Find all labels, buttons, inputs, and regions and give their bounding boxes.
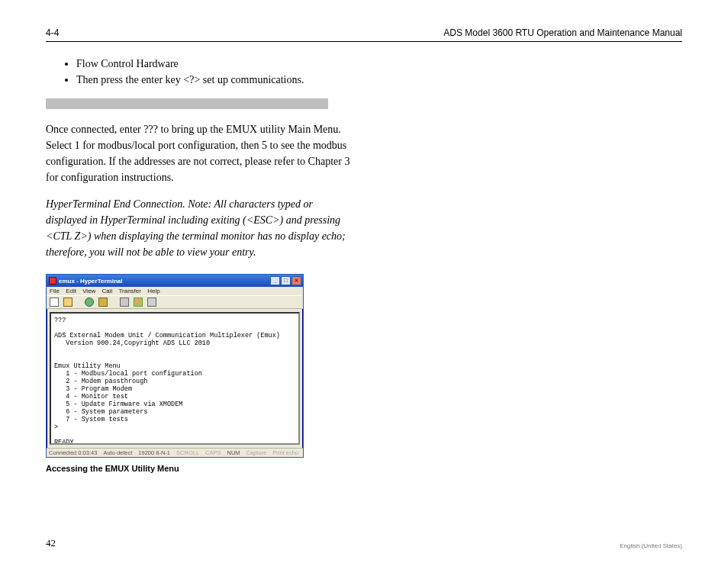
page: 4-4 ADS Model 3600 RTU Operation and Mai… [0, 0, 728, 563]
status-connected: Connected 0:03:43 [49, 449, 97, 456]
footer-language: English (United States) [620, 542, 682, 549]
list-item: Flow Control Hardware [76, 56, 682, 72]
new-icon[interactable] [50, 298, 59, 307]
menu-call[interactable]: Call [102, 288, 113, 294]
toolbar [47, 295, 303, 309]
footer-page-number: 42 [46, 537, 56, 549]
minimize-button[interactable]: _ [270, 276, 280, 285]
status-caps: CAPS [205, 449, 221, 456]
menu-view[interactable]: View [82, 288, 95, 294]
list-item: Then press the enter key <?> set up comm… [76, 72, 682, 88]
app-icon [49, 277, 56, 285]
status-baud: 19200 8-N-1 [138, 449, 170, 456]
menu-help[interactable]: Help [147, 288, 159, 294]
section-heading-text: Establishing Call Through HyperTerminal [48, 98, 216, 110]
toolbar-separator [77, 298, 80, 307]
hyperterminal-window: emux - HyperTerminal _ □ × File Edit Vie… [46, 274, 304, 458]
menu-transfer[interactable]: Transfer [118, 288, 141, 294]
connect-icon[interactable] [85, 298, 94, 307]
bullet-list: Flow Control Hardware Then press the ent… [76, 56, 682, 88]
body-paragraph-note: HyperTerminal End Connection. Note: All … [46, 196, 351, 260]
toolbar-separator [112, 298, 115, 307]
properties-icon[interactable] [147, 298, 156, 307]
paste-icon[interactable] [134, 298, 143, 307]
terminal-output[interactable]: ??? ADS External Modem Unit / Communicat… [51, 314, 298, 443]
header-manual-title: ADS Model 3600 RTU Operation and Mainten… [443, 27, 682, 38]
body-paragraph-steps: Once connected, enter ??? to bring up th… [46, 121, 351, 185]
status-bar: Connected 0:03:43 Auto detect 19200 8-N-… [47, 448, 303, 457]
status-scroll: SCROLL [176, 449, 199, 456]
menu-file[interactable]: File [50, 288, 60, 294]
window-title: emux - HyperTerminal [59, 278, 122, 285]
status-printecho: Print echo [272, 449, 298, 456]
status-num: NUM [227, 449, 240, 456]
window-titlebar[interactable]: emux - HyperTerminal _ □ × [47, 275, 303, 287]
figure-caption: Accessing the EMUX Utility Menu [46, 464, 682, 473]
open-icon[interactable] [63, 298, 72, 307]
copy-icon[interactable] [120, 298, 129, 307]
page-header: 4-4 ADS Model 3600 RTU Operation and Mai… [46, 27, 682, 42]
header-page-indicator: 4-4 [46, 27, 59, 38]
menu-edit[interactable]: Edit [66, 288, 76, 294]
status-autodetect: Auto detect [103, 449, 132, 456]
close-button[interactable]: × [292, 276, 301, 285]
disconnect-icon[interactable] [98, 298, 108, 307]
status-capture: Capture [246, 449, 267, 456]
section-heading-bar: Establishing Call Through HyperTerminal [46, 98, 328, 109]
terminal-frame: ??? ADS External Modem Unit / Communicat… [50, 312, 300, 445]
menu-bar[interactable]: File Edit View Call Transfer Help [47, 287, 303, 295]
maximize-button[interactable]: □ [281, 276, 291, 285]
